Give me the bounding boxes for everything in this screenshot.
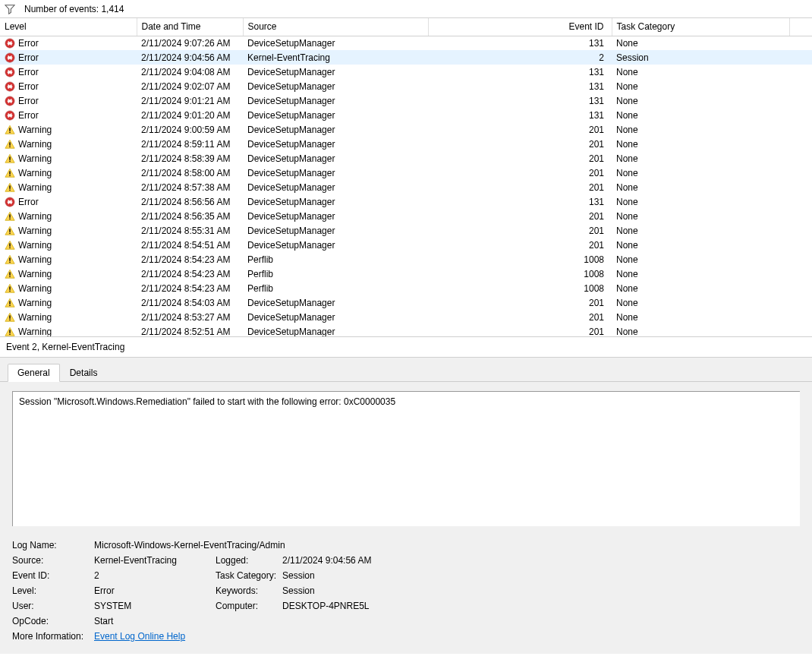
- prop-value-source: Kernel-EventTracing: [94, 555, 216, 566]
- event-task-category: None: [612, 281, 789, 295]
- prop-label-logged: Logged:: [216, 555, 282, 566]
- col-header-level[interactable]: Level: [0, 18, 137, 36]
- warning-icon: [5, 298, 15, 308]
- table-row[interactable]: Warning2/11/2024 8:59:11 AMDeviceSetupMa…: [0, 137, 812, 151]
- svg-rect-34: [9, 156, 10, 159]
- table-row[interactable]: Warning2/11/2024 8:58:39 AMDeviceSetupMa…: [0, 151, 812, 166]
- top-toolbar: Number of events: 1,414: [0, 0, 812, 18]
- event-id: 131: [428, 65, 612, 79]
- prop-value-eventid: 2: [94, 570, 216, 581]
- event-id: 1008: [428, 281, 612, 295]
- svg-rect-38: [9, 185, 10, 188]
- table-row[interactable]: Warning2/11/2024 8:54:03 AMDeviceSetupMa…: [0, 295, 812, 310]
- event-table: Level Date and Time Source Event ID Task…: [0, 18, 812, 337]
- table-row[interactable]: Warning2/11/2024 8:54:51 AMDeviceSetupMa…: [0, 238, 812, 252]
- svg-rect-46: [9, 218, 10, 219]
- event-date: 2/11/2024 8:57:38 AM: [137, 180, 243, 194]
- event-task-category: None: [612, 36, 789, 50]
- prop-label-logname: Log Name:: [12, 540, 94, 551]
- detail-header: Event 2, Kernel-EventTracing: [0, 337, 812, 358]
- event-level-text: Warning: [18, 153, 52, 164]
- col-header-end: [789, 18, 812, 36]
- event-date: 2/11/2024 9:00:59 AM: [137, 122, 243, 137]
- event-source: DeviceSetupManager: [243, 295, 428, 310]
- event-level-text: Warning: [18, 254, 52, 265]
- table-row[interactable]: Warning2/11/2024 8:58:00 AMDeviceSetupMa…: [0, 166, 812, 180]
- table-row[interactable]: Warning2/11/2024 9:00:59 AMDeviceSetupMa…: [0, 122, 812, 137]
- warning-icon: [5, 211, 15, 222]
- event-source: Perflib: [243, 252, 428, 267]
- event-id: 201: [428, 324, 612, 337]
- table-row[interactable]: Error2/11/2024 8:56:56 AMDeviceSetupMana…: [0, 194, 812, 209]
- table-row[interactable]: Warning2/11/2024 8:56:35 AMDeviceSetupMa…: [0, 209, 812, 223]
- event-task-category: None: [612, 194, 789, 209]
- event-task-category: None: [612, 324, 789, 337]
- event-task-category: None: [612, 310, 789, 324]
- col-header-date[interactable]: Date and Time: [137, 18, 243, 36]
- table-row[interactable]: Warning2/11/2024 8:54:23 AMPerflib1008No…: [0, 252, 812, 267]
- event-level-text: Warning: [18, 327, 52, 337]
- table-row[interactable]: Warning2/11/2024 8:53:27 AMDeviceSetupMa…: [0, 310, 812, 324]
- svg-rect-31: [9, 131, 10, 132]
- event-message-box[interactable]: Session "Microsoft.Windows.Remediation" …: [12, 391, 800, 526]
- event-source: DeviceSetupManager: [243, 194, 428, 209]
- col-header-taskcat[interactable]: Task Category: [612, 18, 789, 36]
- event-id: 201: [428, 209, 612, 223]
- table-row[interactable]: Error2/11/2024 9:04:56 AMKernel-EventTra…: [0, 50, 812, 65]
- event-date: 2/11/2024 8:58:39 AM: [137, 151, 243, 166]
- warning-icon: [5, 327, 15, 337]
- table-row[interactable]: Warning2/11/2024 8:57:38 AMDeviceSetupMa…: [0, 180, 812, 194]
- table-row[interactable]: Error2/11/2024 9:01:20 AMDeviceSetupMana…: [0, 108, 812, 122]
- event-source: DeviceSetupManager: [243, 310, 428, 324]
- event-id: 1008: [428, 252, 612, 267]
- event-task-category: None: [612, 108, 789, 122]
- event-id: 131: [428, 108, 612, 122]
- event-task-category: None: [612, 252, 789, 267]
- event-date: 2/11/2024 8:54:23 AM: [137, 252, 243, 267]
- event-task-category: None: [612, 93, 789, 108]
- event-level-text: Error: [18, 81, 39, 92]
- tab-general[interactable]: General: [8, 364, 60, 382]
- tab-details[interactable]: Details: [60, 364, 108, 382]
- event-date: 2/11/2024 8:54:23 AM: [137, 267, 243, 281]
- table-row[interactable]: Error2/11/2024 9:01:21 AMDeviceSetupMana…: [0, 93, 812, 108]
- svg-rect-54: [9, 276, 10, 276]
- col-header-eventid[interactable]: Event ID: [428, 18, 612, 36]
- svg-rect-48: [9, 232, 10, 233]
- event-date: 2/11/2024 9:07:26 AM: [137, 36, 243, 50]
- table-row[interactable]: Error2/11/2024 9:02:07 AMDeviceSetupMana…: [0, 79, 812, 93]
- event-source: DeviceSetupManager: [243, 93, 428, 108]
- filter-icon[interactable]: [5, 4, 15, 14]
- event-level-text: Error: [18, 52, 39, 63]
- svg-rect-53: [9, 272, 10, 275]
- svg-rect-32: [9, 142, 10, 145]
- table-row[interactable]: Warning2/11/2024 8:52:51 AMDeviceSetupMa…: [0, 324, 812, 337]
- event-date: 2/11/2024 8:52:51 AM: [137, 324, 243, 337]
- prop-label-opcode: OpCode:: [12, 616, 94, 626]
- prop-value-level: Error: [94, 585, 216, 596]
- warning-icon: [5, 240, 15, 251]
- svg-rect-36: [9, 171, 10, 174]
- warning-icon: [5, 139, 15, 150]
- prop-value-taskcat: Session: [282, 570, 800, 581]
- table-row[interactable]: Error2/11/2024 9:07:26 AMDeviceSetupMana…: [0, 36, 812, 50]
- event-id: 201: [428, 122, 612, 137]
- svg-rect-55: [9, 286, 10, 289]
- detail-body: Session "Microsoft.Windows.Remediation" …: [0, 382, 812, 654]
- warning-icon: [5, 153, 15, 164]
- table-row[interactable]: Warning2/11/2024 8:54:23 AMPerflib1008No…: [0, 281, 812, 295]
- event-level-text: Warning: [18, 312, 52, 323]
- event-id: 201: [428, 151, 612, 166]
- table-row[interactable]: Warning2/11/2024 8:54:23 AMPerflib1008No…: [0, 267, 812, 281]
- table-row[interactable]: Warning2/11/2024 8:55:31 AMDeviceSetupMa…: [0, 223, 812, 238]
- svg-rect-47: [9, 229, 10, 232]
- event-id: 131: [428, 93, 612, 108]
- prop-label-moreinfo: More Information:: [12, 631, 94, 642]
- svg-rect-39: [9, 189, 10, 190]
- event-level-text: Warning: [18, 168, 52, 178]
- more-info-link[interactable]: Event Log Online Help: [94, 631, 185, 642]
- col-header-source[interactable]: Source: [243, 18, 428, 36]
- event-source: DeviceSetupManager: [243, 108, 428, 122]
- event-source: DeviceSetupManager: [243, 137, 428, 151]
- table-row[interactable]: Error2/11/2024 9:04:08 AMDeviceSetupMana…: [0, 65, 812, 79]
